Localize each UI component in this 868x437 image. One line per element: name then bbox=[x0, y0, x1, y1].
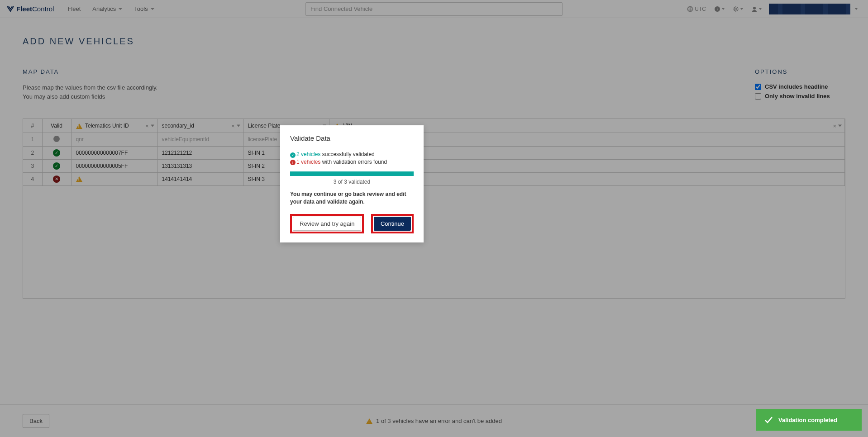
check-circle-icon: ✓ bbox=[290, 152, 296, 158]
progress-bar bbox=[290, 171, 414, 176]
validate-data-modal: Validate Data ✓2 vehicles successfully v… bbox=[280, 125, 424, 242]
check-icon bbox=[764, 415, 773, 424]
modal-stat-error: !1 vehicles with validation errors found bbox=[290, 159, 414, 166]
review-button[interactable]: Review and try again bbox=[293, 217, 361, 231]
error-circle-icon: ! bbox=[290, 160, 296, 165]
toast-text: Validation completed bbox=[778, 417, 837, 423]
modal-title: Validate Data bbox=[290, 134, 414, 142]
toast-success: Validation completed bbox=[756, 409, 862, 431]
modal-stat-ok: ✓2 vehicles successfully validated bbox=[290, 151, 414, 158]
modal-help-text: You may continue or go back review and e… bbox=[290, 190, 414, 206]
modal-continue-button[interactable]: Continue bbox=[374, 217, 411, 231]
highlight-continue: Continue bbox=[371, 214, 414, 233]
highlight-review: Review and try again bbox=[290, 214, 364, 233]
modal-backdrop bbox=[0, 0, 868, 437]
progress-label: 3 of 3 validated bbox=[290, 179, 414, 185]
